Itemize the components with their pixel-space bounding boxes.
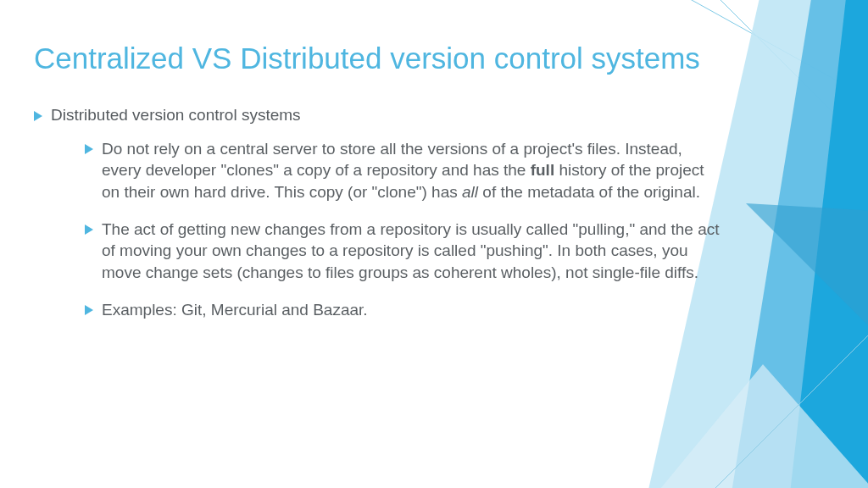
sub-bullet-list: Do not rely on a central server to store…: [34, 138, 724, 320]
slide-title: Centralized VS Distributed version contr…: [34, 41, 724, 77]
bullet-level2: Examples: Git, Mercurial and Bazaar.: [85, 299, 724, 321]
bullet-text: Do not rely on a central server to store…: [102, 138, 724, 203]
section-heading: Distributed version control systems: [51, 106, 301, 125]
bullet-text: Examples: Git, Mercurial and Bazaar.: [102, 299, 368, 321]
bullet-triangle-icon: [85, 144, 93, 154]
svg-marker-4: [644, 364, 868, 488]
bullet-level2: Do not rely on a central server to store…: [85, 138, 724, 203]
bullet-level1: Distributed version control systems: [34, 106, 724, 125]
bullet-level2: The act of getting new changes from a re…: [85, 219, 724, 284]
slide-content: Centralized VS Distributed version contr…: [0, 0, 868, 369]
bullet-text: The act of getting new changes from a re…: [102, 219, 724, 284]
bullet-triangle-icon: [85, 225, 93, 235]
bullet-triangle-icon: [85, 305, 93, 315]
bullet-triangle-icon: [34, 111, 42, 121]
